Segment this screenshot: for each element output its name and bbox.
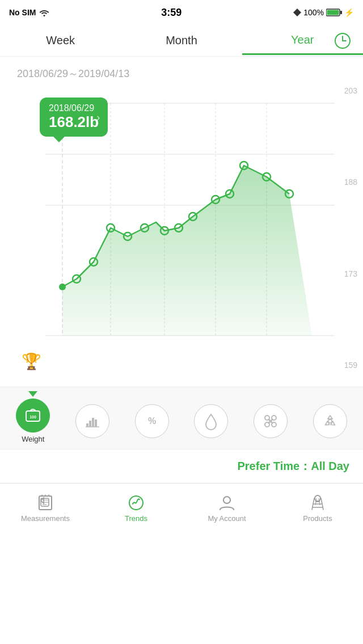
svg-text:%: %: [148, 416, 156, 426]
tab-week[interactable]: Week: [0, 27, 121, 54]
metric-tab-weight[interactable]: 100 Weight: [6, 399, 61, 443]
metric-tab-bmi[interactable]: [65, 404, 120, 438]
metric-tabs: 100 Weight %: [0, 387, 363, 449]
data-tooltip[interactable]: 2018/06/29 168.2lb ›: [40, 98, 108, 137]
body-fat-icon: %: [143, 412, 161, 430]
weight-icon: 100: [24, 406, 42, 425]
svg-point-0: [44, 15, 45, 16]
clock-icon[interactable]: [334, 32, 352, 50]
battery-text: 100%: [303, 8, 324, 17]
bmi-icon: [83, 412, 102, 430]
weight-icon-wrap: 100: [16, 399, 50, 433]
prefer-time: Prefer Time：All Day: [0, 449, 363, 483]
battery-area: 100% ⚡: [293, 8, 354, 17]
trophy-icon: 🏆: [22, 352, 41, 371]
trends-label: Trends: [125, 514, 147, 523]
carrier-signal: No SIM: [9, 8, 49, 17]
my-account-label: My Account: [208, 514, 246, 523]
wifi-icon: [39, 9, 49, 16]
y-label-188: 188: [344, 177, 357, 187]
nav-products[interactable]: Products: [272, 490, 363, 523]
period-tabs: Week Month Year: [0, 25, 363, 57]
prefer-time-text: Prefer Time：All Day: [238, 459, 350, 474]
measurements-label: Measurements: [21, 514, 70, 523]
svg-rect-34: [89, 421, 91, 427]
metric-tab-water[interactable]: [184, 404, 239, 438]
bmi-icon-wrap: [75, 404, 109, 438]
time-display: 3:59: [161, 7, 182, 19]
battery-icon: [326, 9, 342, 16]
tooltip-weight: 168.2lb: [49, 113, 99, 131]
body-fat-icon-wrap: %: [135, 404, 169, 438]
svg-rect-2: [327, 10, 339, 15]
svg-point-17: [59, 283, 66, 290]
products-label: Products: [303, 514, 332, 523]
bone-icon-wrap: [254, 404, 288, 438]
date-range: 2018/06/29～2019/04/13: [0, 57, 363, 86]
bone-icon: [261, 412, 280, 430]
my-account-icon: [218, 494, 236, 512]
carrier-text: No SIM: [9, 8, 36, 17]
nav-my-account[interactable]: My Account: [182, 490, 272, 523]
tooltip-date: 2018/06/29: [49, 103, 99, 113]
svg-point-49: [223, 497, 230, 503]
svg-rect-35: [92, 418, 94, 427]
recycle-icon: [321, 412, 339, 430]
svg-text:100: 100: [29, 415, 36, 419]
water-icon-wrap: [194, 404, 228, 438]
svg-rect-3: [340, 11, 342, 14]
water-icon: [202, 412, 220, 430]
location-icon: [293, 9, 301, 16]
metric-tab-body-fat[interactable]: %: [124, 404, 179, 438]
svg-rect-36: [95, 420, 97, 427]
chart-container: 2018/06/29 168.2lb ›: [11, 86, 363, 387]
metric-tab-bone[interactable]: [243, 404, 298, 438]
bottom-nav: Measurements Trends My Account Products: [0, 483, 363, 529]
y-label-203: 203: [344, 86, 357, 95]
products-icon: [309, 494, 327, 512]
trends-icon: [127, 494, 145, 512]
y-label-159: 159: [344, 361, 357, 370]
tooltip-arrow-icon: ›: [96, 111, 100, 123]
status-bar: No SIM 3:59 100% ⚡: [0, 0, 363, 25]
other-icon-wrap: [313, 404, 347, 438]
lightning-icon: ⚡: [344, 8, 354, 17]
svg-point-50: [315, 495, 320, 501]
nav-measurements[interactable]: Measurements: [0, 490, 91, 523]
svg-rect-33: [86, 423, 88, 427]
nav-trends[interactable]: Trends: [91, 490, 182, 523]
y-label-173: 173: [344, 269, 357, 278]
weight-tab-label: Weight: [22, 435, 44, 443]
y-axis-labels: 203 188 173 159: [344, 86, 357, 370]
tab-month[interactable]: Month: [121, 27, 242, 54]
measurements-icon: [36, 494, 54, 512]
metric-tab-other[interactable]: [302, 404, 357, 438]
svg-point-45: [328, 420, 332, 423]
